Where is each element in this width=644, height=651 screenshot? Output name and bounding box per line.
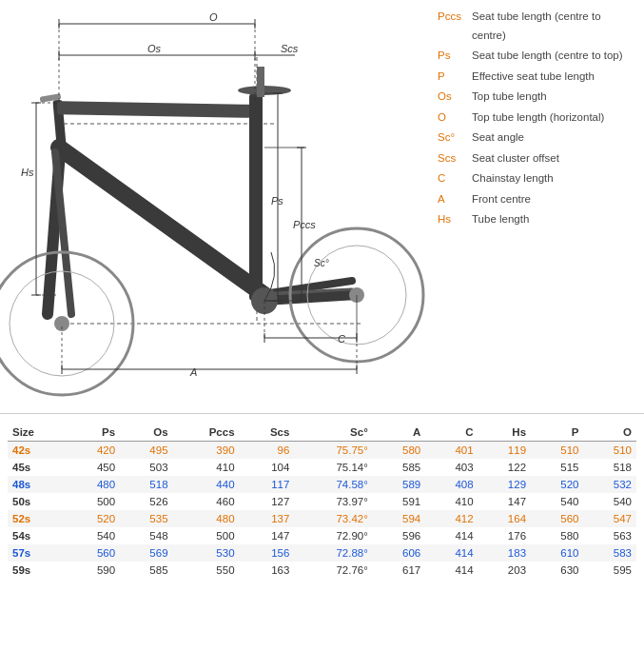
svg-text:Pccs: Pccs <box>293 219 316 230</box>
legend-row: OTop tube length (horizontal) <box>438 108 634 128</box>
legend-desc: Seat tube length (centre to top) <box>472 47 623 66</box>
table-cell: 203 <box>478 562 531 579</box>
table-header-cell: C <box>425 424 478 442</box>
table-cell: 137 <box>240 510 295 527</box>
svg-line-10 <box>264 295 357 301</box>
table-row: 57s56056953015672.88°606414183610583 <box>8 544 636 562</box>
legend-row: AFront centre <box>438 190 634 209</box>
table-cell: 414 <box>425 527 478 544</box>
table-cell: 420 <box>68 442 120 460</box>
table-cell: 73.42° <box>294 510 372 527</box>
legend-row: OsTop tube length <box>438 88 634 107</box>
legend-code: Pccs <box>438 8 472 27</box>
table-cell: 580 <box>373 442 425 460</box>
legend-code: C <box>438 169 472 188</box>
svg-rect-7 <box>249 93 263 301</box>
top-section: O Os Scs Hs <box>0 0 644 409</box>
table-cell: 164 <box>478 510 531 527</box>
legend-desc: Seat angle <box>472 128 524 148</box>
table-cell: 119 <box>478 442 531 460</box>
table-header-cell: Pccs <box>173 424 240 442</box>
table-cell: 580 <box>531 527 583 544</box>
table-cell: 104 <box>240 459 295 476</box>
table-section: SizePsOsPccsScsSc°ACHsPO 42s420495390967… <box>0 413 644 586</box>
table-cell: 57s <box>8 544 68 562</box>
table-cell: 518 <box>583 459 636 476</box>
table-row: 54s54054850014772.90°596414176580563 <box>8 527 636 544</box>
legend-code: Scs <box>438 149 472 168</box>
legend-row: PccsSeat tube length (centre to centre) <box>438 8 634 45</box>
legend-code: Sc° <box>438 128 472 148</box>
table-row: 50s50052646012773.97°591410147540540 <box>8 493 636 510</box>
table-header-cell: P <box>531 424 583 442</box>
table-cell: 480 <box>68 476 120 493</box>
table-cell: 74.58° <box>294 476 372 493</box>
table-row: 52s52053548013773.42°594412164560547 <box>8 510 636 527</box>
table-cell: 42s <box>8 442 68 460</box>
table-cell: 147 <box>478 493 531 510</box>
main-container: O Os Scs Hs <box>0 0 644 586</box>
table-cell: 72.88° <box>294 544 372 562</box>
table-cell: 630 <box>531 562 583 579</box>
table-cell: 535 <box>120 510 172 527</box>
table-cell: 585 <box>120 562 172 579</box>
table-cell: 117 <box>240 476 295 493</box>
table-cell: 129 <box>478 476 531 493</box>
table-cell: 617 <box>373 562 425 579</box>
table-cell: 414 <box>425 544 478 562</box>
table-cell: 520 <box>531 476 583 493</box>
table-header-cell: Ps <box>68 424 120 442</box>
table-cell: 510 <box>583 442 636 460</box>
legend-desc: Chainstay length <box>472 169 554 188</box>
table-cell: 590 <box>68 562 120 579</box>
table-cell: 147 <box>240 527 295 544</box>
table-cell: 591 <box>373 493 425 510</box>
diagram-area: O Os Scs Hs <box>0 0 428 409</box>
table-cell: 594 <box>373 510 425 527</box>
table-header-cell: O <box>583 424 636 442</box>
table-row: 42s4204953909675.75°580401119510510 <box>8 442 636 460</box>
legend-row: HsTube length <box>438 210 634 229</box>
table-cell: 73.97° <box>294 493 372 510</box>
table-cell: 450 <box>68 459 120 476</box>
legend-desc: Front centre <box>472 190 531 209</box>
table-cell: 563 <box>583 527 636 544</box>
table-cell: 540 <box>68 527 120 544</box>
table-row: 45s45050341010475.14°585403122515518 <box>8 459 636 476</box>
table-header-cell: Size <box>8 424 68 442</box>
table-row: 59s59058555016372.76°617414203630595 <box>8 562 636 579</box>
table-row: 48s48051844011774.58°589408129520532 <box>8 476 636 493</box>
legend-code: P <box>438 68 472 87</box>
table-header-cell: Hs <box>478 424 531 442</box>
table-cell: 440 <box>173 476 240 493</box>
table-cell: 156 <box>240 544 295 562</box>
svg-text:O: O <box>209 11 218 23</box>
table-header-cell: Scs <box>240 424 295 442</box>
table-cell: 403 <box>425 459 478 476</box>
table-cell: 548 <box>120 527 172 544</box>
svg-text:Hs: Hs <box>21 167 34 178</box>
table-cell: 52s <box>8 510 68 527</box>
table-cell: 526 <box>120 493 172 510</box>
legend-desc: Top tube length <box>472 88 547 107</box>
table-cell: 596 <box>373 527 425 544</box>
legend-row: PEffective seat tube length <box>438 68 634 87</box>
table-cell: 401 <box>425 442 478 460</box>
table-header-cell: Sc° <box>294 424 372 442</box>
table-cell: 589 <box>373 476 425 493</box>
table-cell: 510 <box>531 442 583 460</box>
legend-code: Os <box>438 88 472 107</box>
svg-text:Os: Os <box>147 43 162 54</box>
table-cell: 183 <box>478 544 531 562</box>
table-cell: 75.75° <box>294 442 372 460</box>
measurements-table: SizePsOsPccsScsSc°ACHsPO 42s420495390967… <box>8 424 636 579</box>
legend-code: Ps <box>438 47 472 66</box>
legend-code: O <box>438 108 472 128</box>
svg-text:Sc°: Sc° <box>314 258 329 268</box>
legend-row: PsSeat tube length (centre to top) <box>438 47 634 66</box>
table-cell: 127 <box>240 493 295 510</box>
table-cell: 410 <box>425 493 478 510</box>
table-cell: 569 <box>120 544 172 562</box>
table-cell: 54s <box>8 527 68 544</box>
table-cell: 540 <box>531 493 583 510</box>
